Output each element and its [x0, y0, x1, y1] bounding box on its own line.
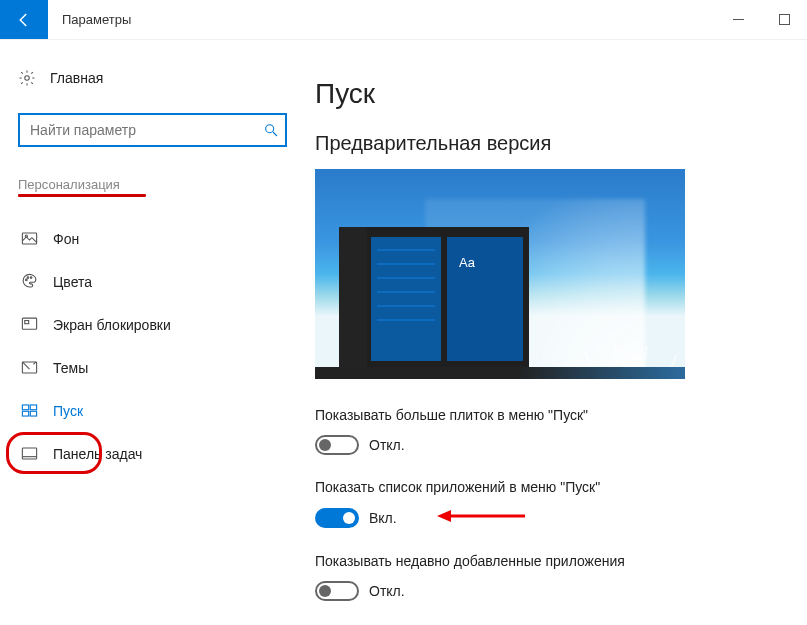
toggle-recently-added: Показывать недавно добавленные приложени… — [315, 553, 787, 601]
svg-rect-16 — [30, 411, 36, 416]
svg-rect-14 — [30, 405, 36, 410]
sidebar-item-colors[interactable]: Цвета — [18, 260, 287, 303]
svg-point-7 — [26, 279, 28, 281]
minimize-icon — [733, 14, 744, 25]
preview-taskbar — [315, 367, 685, 379]
red-arrow-annotation — [437, 507, 527, 529]
home-label: Главная — [50, 70, 103, 86]
toggle-app-list: Показать список приложений в меню "Пуск"… — [315, 479, 787, 529]
arrow-left-icon — [15, 11, 33, 29]
search-wrap — [18, 113, 287, 147]
section-header: Персонализация — [18, 177, 287, 192]
sidebar-item-taskbar[interactable]: Панель задач — [18, 432, 287, 475]
sidebar-item-themes[interactable]: Темы — [18, 346, 287, 389]
sidebar-item-label: Экран блокировки — [53, 317, 171, 333]
sidebar-item-label: Цвета — [53, 274, 92, 290]
gear-icon — [18, 69, 36, 87]
preview-tile-text: Aa — [447, 237, 523, 270]
toggle-state: Вкл. — [369, 510, 397, 526]
toggle-label: Показывать недавно добавленные приложени… — [315, 553, 787, 569]
preview-heading: Предварительная версия — [315, 132, 787, 155]
svg-point-9 — [30, 277, 32, 279]
page-title: Пуск — [315, 78, 787, 110]
svg-point-2 — [25, 76, 30, 81]
window-title: Параметры — [48, 0, 145, 39]
sidebar: Главная Персонализация Фон Цвета Экран б… — [0, 40, 305, 625]
svg-rect-15 — [22, 411, 28, 416]
svg-point-8 — [27, 277, 29, 279]
svg-point-6 — [25, 235, 27, 237]
sidebar-item-lockscreen[interactable]: Экран блокировки — [18, 303, 287, 346]
toggle-switch[interactable] — [315, 435, 359, 455]
picture-icon — [20, 229, 39, 248]
sidebar-item-background[interactable]: Фон — [18, 217, 287, 260]
main-panel: Пуск Предварительная версия — [305, 40, 807, 625]
back-button[interactable] — [0, 0, 48, 39]
minimize-button[interactable] — [715, 0, 761, 39]
maximize-icon — [779, 14, 790, 25]
svg-rect-17 — [22, 448, 36, 459]
home-nav[interactable]: Главная — [18, 65, 287, 91]
svg-point-3 — [266, 125, 274, 133]
svg-rect-1 — [779, 15, 789, 25]
svg-rect-13 — [22, 405, 28, 410]
toggle-switch[interactable] — [315, 508, 359, 528]
svg-rect-11 — [25, 321, 29, 324]
search-icon — [263, 122, 279, 138]
toggle-label: Показывать больше плиток в меню "Пуск" — [315, 407, 787, 423]
start-icon — [20, 401, 39, 420]
sidebar-item-label: Темы — [53, 360, 88, 376]
lockscreen-icon — [20, 315, 39, 334]
red-underline-annotation — [18, 194, 146, 197]
preview-start-menu: Aa — [339, 227, 529, 367]
svg-marker-20 — [437, 510, 451, 522]
toggle-more-tiles: Показывать больше плиток в меню "Пуск" О… — [315, 407, 787, 455]
palette-icon — [20, 272, 39, 291]
content-area: Главная Персонализация Фон Цвета Экран б… — [0, 40, 807, 625]
search-input[interactable] — [18, 113, 287, 147]
sidebar-item-start[interactable]: Пуск — [18, 389, 287, 432]
toggle-label: Показать список приложений в меню "Пуск" — [315, 479, 787, 495]
themes-icon — [20, 358, 39, 377]
sidebar-item-label: Панель задач — [53, 446, 142, 462]
toggle-state: Откл. — [369, 583, 405, 599]
toggle-state: Откл. — [369, 437, 405, 453]
preview-image: Aa — [315, 169, 685, 379]
svg-line-4 — [273, 132, 277, 136]
taskbar-icon — [20, 444, 39, 463]
sidebar-item-label: Пуск — [53, 403, 83, 419]
toggle-switch[interactable] — [315, 581, 359, 601]
titlebar: Параметры — [0, 0, 807, 40]
maximize-button[interactable] — [761, 0, 807, 39]
sidebar-item-label: Фон — [53, 231, 79, 247]
